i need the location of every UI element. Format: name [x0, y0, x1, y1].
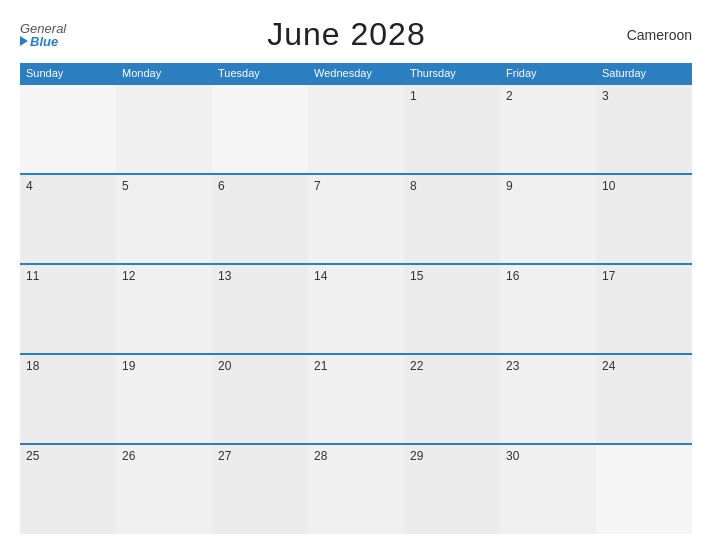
calendar-cell: 25	[20, 444, 116, 534]
calendar-week-5: 252627282930	[20, 444, 692, 534]
day-number: 6	[218, 179, 225, 193]
calendar-cell: 27	[212, 444, 308, 534]
day-number: 20	[218, 359, 231, 373]
day-of-week-tuesday: Tuesday	[212, 63, 308, 84]
calendar-cell: 3	[596, 84, 692, 174]
day-number: 24	[602, 359, 615, 373]
day-of-week-thursday: Thursday	[404, 63, 500, 84]
calendar-cell: 2	[500, 84, 596, 174]
day-number: 27	[218, 449, 231, 463]
calendar-week-4: 18192021222324	[20, 354, 692, 444]
calendar-cell: 23	[500, 354, 596, 444]
day-number: 25	[26, 449, 39, 463]
day-of-week-monday: Monday	[116, 63, 212, 84]
calendar-week-3: 11121314151617	[20, 264, 692, 354]
day-number: 18	[26, 359, 39, 373]
logo-blue-text: Blue	[20, 35, 58, 48]
page-header: General Blue June 2028 Cameroon	[20, 16, 692, 53]
day-number: 8	[410, 179, 417, 193]
day-number: 1	[410, 89, 417, 103]
calendar-cell	[308, 84, 404, 174]
calendar-title: June 2028	[267, 16, 425, 53]
day-number: 5	[122, 179, 129, 193]
day-of-week-wednesday: Wednesday	[308, 63, 404, 84]
day-number: 29	[410, 449, 423, 463]
calendar-cell: 7	[308, 174, 404, 264]
calendar-cell	[116, 84, 212, 174]
day-number: 14	[314, 269, 327, 283]
calendar-cell: 10	[596, 174, 692, 264]
calendar-cell	[596, 444, 692, 534]
calendar-cell: 28	[308, 444, 404, 534]
calendar-cell: 14	[308, 264, 404, 354]
day-number: 2	[506, 89, 513, 103]
calendar-cell: 26	[116, 444, 212, 534]
day-number: 11	[26, 269, 39, 283]
day-number: 4	[26, 179, 33, 193]
calendar-body: 1234567891011121314151617181920212223242…	[20, 84, 692, 534]
calendar-cell: 17	[596, 264, 692, 354]
day-of-week-saturday: Saturday	[596, 63, 692, 84]
calendar-cell: 12	[116, 264, 212, 354]
logo: General Blue	[20, 22, 66, 48]
calendar-cell: 16	[500, 264, 596, 354]
day-number: 30	[506, 449, 519, 463]
day-number: 21	[314, 359, 327, 373]
country-label: Cameroon	[627, 27, 692, 43]
day-number: 19	[122, 359, 135, 373]
calendar-cell: 1	[404, 84, 500, 174]
calendar-cell: 21	[308, 354, 404, 444]
calendar-cell: 6	[212, 174, 308, 264]
days-of-week-row: SundayMondayTuesdayWednesdayThursdayFrid…	[20, 63, 692, 84]
day-number: 9	[506, 179, 513, 193]
calendar-cell: 30	[500, 444, 596, 534]
calendar-cell: 18	[20, 354, 116, 444]
calendar-header: SundayMondayTuesdayWednesdayThursdayFrid…	[20, 63, 692, 84]
calendar-cell: 20	[212, 354, 308, 444]
calendar-cell: 13	[212, 264, 308, 354]
logo-triangle-icon	[20, 36, 28, 46]
day-number: 16	[506, 269, 519, 283]
calendar-cell: 5	[116, 174, 212, 264]
day-number: 12	[122, 269, 135, 283]
day-number: 7	[314, 179, 321, 193]
day-number: 3	[602, 89, 609, 103]
calendar-table: SundayMondayTuesdayWednesdayThursdayFrid…	[20, 63, 692, 534]
day-of-week-sunday: Sunday	[20, 63, 116, 84]
calendar-cell: 11	[20, 264, 116, 354]
calendar-cell: 8	[404, 174, 500, 264]
calendar-cell	[212, 84, 308, 174]
day-number: 15	[410, 269, 423, 283]
calendar-cell: 19	[116, 354, 212, 444]
calendar-cell	[20, 84, 116, 174]
day-number: 26	[122, 449, 135, 463]
day-number: 13	[218, 269, 231, 283]
calendar-cell: 15	[404, 264, 500, 354]
calendar-cell: 24	[596, 354, 692, 444]
logo-general-text: General	[20, 22, 66, 35]
calendar-cell: 29	[404, 444, 500, 534]
day-number: 28	[314, 449, 327, 463]
calendar-week-1: 123	[20, 84, 692, 174]
day-number: 10	[602, 179, 615, 193]
day-of-week-friday: Friday	[500, 63, 596, 84]
calendar-cell: 4	[20, 174, 116, 264]
day-number: 17	[602, 269, 615, 283]
calendar-cell: 9	[500, 174, 596, 264]
day-number: 23	[506, 359, 519, 373]
calendar-week-2: 45678910	[20, 174, 692, 264]
calendar-cell: 22	[404, 354, 500, 444]
day-number: 22	[410, 359, 423, 373]
